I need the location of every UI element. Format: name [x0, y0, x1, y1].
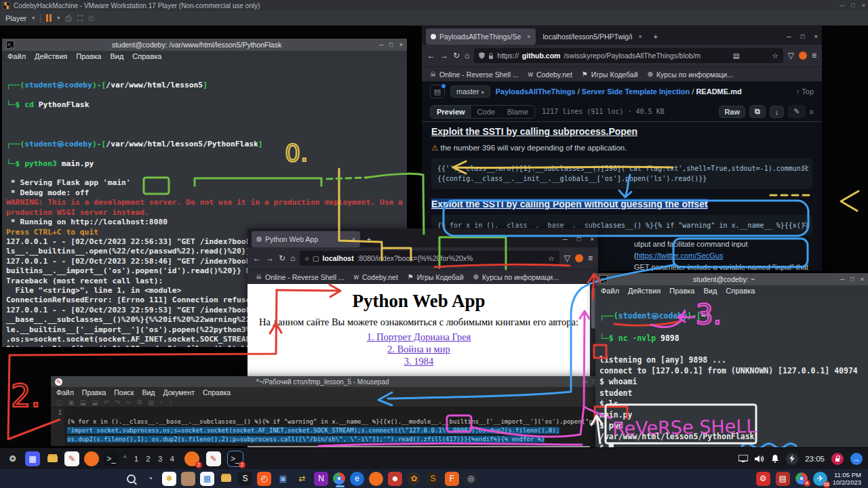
bookmark-item[interactable]: ⊕Курсы по информаци...	[473, 273, 559, 281]
launcher-icon[interactable]: ✎	[64, 451, 79, 466]
taskbar-app-icon[interactable]	[219, 472, 233, 486]
branch-selector[interactable]: master ▾	[450, 85, 490, 98]
reload-icon[interactable]: ↻	[279, 253, 285, 263]
menu-item[interactable]: Вид	[703, 287, 717, 295]
pocket-icon[interactable]: ▽	[788, 51, 794, 60]
taskbar-app-icon[interactable]	[124, 472, 138, 486]
extension-icon[interactable]	[799, 52, 807, 60]
open-window-button[interactable]: ✎	[206, 451, 221, 466]
logout-icon[interactable]: →	[850, 453, 863, 465]
close-button[interactable]: ×	[861, 276, 864, 283]
section-heading-popen-offset[interactable]: Exploit the SSTI by calling Popen withou…	[431, 199, 708, 209]
minimize-button[interactable]: ─	[563, 235, 568, 243]
forward-icon[interactable]: →	[266, 253, 274, 263]
bookmark-item[interactable]: ⊕Курсы по информаци...	[648, 70, 733, 79]
book-link[interactable]: 2. Война и мир	[248, 343, 590, 355]
menu-item[interactable]: Файл	[7, 52, 26, 60]
maximize-button[interactable]: □	[389, 41, 393, 48]
tray-app-icon[interactable]: A	[795, 472, 808, 485]
taskbar-app-icon[interactable]: e	[350, 472, 364, 486]
edit-icon[interactable]: ✎	[788, 105, 805, 118]
tab-close-icon[interactable]: ×	[352, 236, 355, 243]
launcher-icon[interactable]: >_	[104, 451, 119, 466]
minimize-button[interactable]: ─	[787, 33, 791, 40]
launcher-icon[interactable]: ❂	[5, 451, 20, 466]
site-info-icon[interactable]: ○	[304, 254, 309, 262]
chevron-up-icon[interactable]: ^	[123, 455, 127, 462]
menu-item[interactable]: Справка	[132, 52, 161, 60]
taskbar-app-icon[interactable]: ◎	[464, 472, 478, 486]
launcher-icon[interactable]	[45, 451, 60, 466]
tab-preview[interactable]: Preview	[431, 106, 471, 118]
copy-icon[interactable]: ⧉	[803, 219, 808, 229]
taskbar-app-icon[interactable]: ▦	[200, 472, 214, 486]
taskbar-app-icon[interactable]: ◔	[143, 472, 157, 486]
send-ctrl-alt-del-icon[interactable]: ⎙	[65, 14, 72, 23]
app-menu-icon[interactable]: ≡	[812, 51, 816, 60]
close-button[interactable]: ×	[590, 235, 594, 243]
open-window-button[interactable]: >_2	[228, 451, 243, 466]
suspend-button[interactable]	[46, 14, 52, 22]
maximize-button[interactable]: □	[850, 276, 854, 283]
bookmark-item[interactable]: ☠Online - Reverse Shell ...	[256, 273, 344, 281]
back-icon[interactable]: ←	[427, 51, 435, 60]
power-manager-icon[interactable]	[786, 453, 798, 465]
tab-payloadsallthethings[interactable]: PayloadsAllTheThings/Se ×	[426, 28, 536, 45]
taskbar-app-icon[interactable]: ✿	[407, 472, 421, 486]
vmware-minimize-button[interactable]: ─	[840, 2, 844, 9]
menu-item[interactable]: Поиск	[114, 388, 134, 396]
back-icon[interactable]: ←	[253, 253, 261, 263]
bookmark-star-icon[interactable]: ☆	[548, 254, 554, 262]
tray-app-icon[interactable]: ⚙	[756, 472, 770, 486]
terminal-output[interactable]: ┌──(student㉿codeby)-[~] └─$ nc -nvlp 989…	[595, 296, 868, 449]
home-icon[interactable]: ⌂	[290, 253, 295, 263]
suspend-caret-icon[interactable]: ▾	[57, 15, 60, 21]
toolbar-icon[interactable]: ▢	[56, 399, 62, 406]
lock-screen-icon[interactable]	[831, 453, 844, 465]
taskbar-app-icon[interactable]: ⇄	[295, 472, 309, 486]
mousepad-window[interactable]: ✎ *~/Рабочий стол/tmp_lesson_5 - Mousepa…	[51, 376, 601, 446]
reload-icon[interactable]: ↻	[453, 51, 460, 60]
taskbar-app-icon[interactable]: S	[238, 472, 252, 486]
file-tree-icon[interactable]: ▤	[430, 85, 445, 98]
book-link[interactable]: 1. Портрет Дориана Грея	[248, 331, 590, 343]
vmware-close-button[interactable]: ×	[862, 2, 865, 9]
display-icon[interactable]	[738, 455, 748, 462]
tab-blame[interactable]: Blame	[501, 106, 534, 118]
code-block-1[interactable]: {{''.__class__.mro()[1].__subclasses__()…	[431, 158, 812, 189]
download-icon[interactable]: ↓	[770, 106, 785, 118]
breadcrumb-repo[interactable]: PayloadsAllTheThings	[496, 87, 576, 96]
new-tab-button[interactable]: +	[363, 235, 375, 243]
bookmark-star-icon[interactable]: ☆	[772, 52, 778, 60]
bookmark-item[interactable]: ⚑Игры Кодебай	[582, 70, 638, 79]
menu-item[interactable]: Действия	[628, 287, 660, 295]
reader-view-icon[interactable]: ▤	[733, 52, 740, 60]
host-clock[interactable]: 11:05 PM 10/2/2023	[833, 471, 861, 486]
minimize-button[interactable]: ─	[583, 378, 587, 385]
player-menu[interactable]: Player	[5, 14, 26, 22]
section-heading-subprocess-popen[interactable]: Exploit the SSTI by calling subprocess.P…	[431, 126, 812, 137]
bookmark-item[interactable]: wCodeby.net	[354, 273, 398, 281]
toolbar-icon[interactable]: ✂	[126, 399, 132, 406]
menu-item[interactable]: Файл	[601, 287, 619, 295]
toolbar-icon[interactable]: ⧉	[138, 399, 142, 406]
twitter-link[interactable]: https://twitter.com/SecGus	[637, 251, 724, 260]
home-icon[interactable]: ⌂	[465, 51, 469, 60]
taskbar-app-icon[interactable]: ✱	[162, 472, 176, 486]
toolbar-icon[interactable]: ↷	[115, 399, 121, 406]
copy-icon[interactable]: ⧉	[803, 162, 808, 172]
launcher-icon[interactable]: ▦	[25, 451, 40, 466]
terminal-titlebar[interactable]: >_ student@codeby: /var/www/html/lesson5…	[2, 39, 407, 51]
mousepad-titlebar[interactable]: ✎ *~/Рабочий стол/tmp_lesson_5 - Mousepa…	[51, 376, 601, 387]
tab-close-icon[interactable]: ×	[638, 33, 642, 40]
taskbar-app-icon[interactable]	[105, 472, 119, 486]
maximize-button[interactable]: □	[801, 33, 805, 40]
open-window-button[interactable]: 2	[184, 451, 199, 466]
menu-item[interactable]: Файл	[56, 388, 74, 396]
bookmark-item[interactable]: ☠Online - Reverse Shell ...	[430, 70, 519, 79]
tab-close-icon[interactable]: ×	[527, 33, 530, 40]
toolbar-icon[interactable]: ↶	[104, 399, 109, 406]
url-bar[interactable]: ○ ▢ localhost:8080/index?book={%%20for%2…	[300, 251, 559, 266]
toolbar-icon[interactable]: ▣	[68, 399, 75, 406]
taskbar-app-icon[interactable]	[181, 472, 195, 486]
